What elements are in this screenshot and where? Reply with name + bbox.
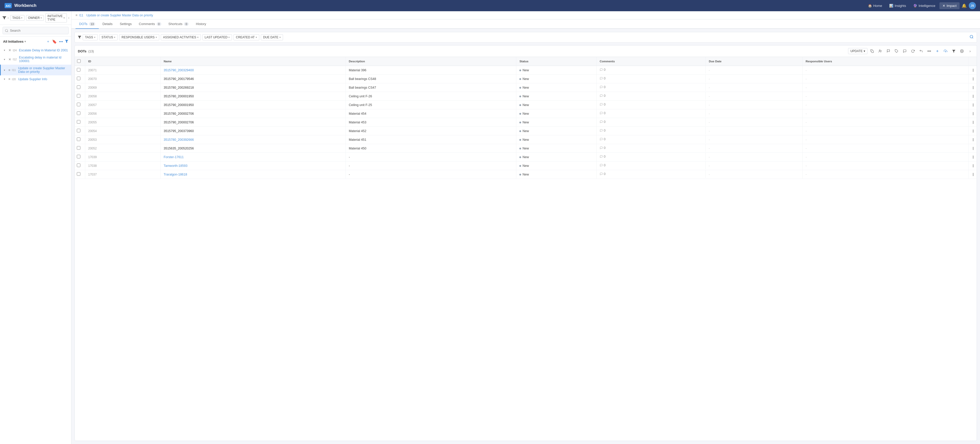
row-name[interactable]: 3515790_200329400: [161, 66, 345, 75]
row-more[interactable]: ▐: [969, 127, 977, 136]
sidebar-item-i11[interactable]: ▾ ≡ I11 Update or create Supplier Master…: [0, 65, 71, 75]
row-more[interactable]: ▐: [969, 118, 977, 127]
add-dot-icon-btn[interactable]: [934, 48, 941, 55]
row-description: Ceiling unit F-25: [345, 101, 516, 109]
bookmark-icon[interactable]: 🔖: [52, 39, 57, 44]
row-more[interactable]: ▐: [969, 75, 977, 83]
status-filter-btn[interactable]: STATUS ▾: [99, 34, 118, 40]
tab-comments[interactable]: Comments 0: [135, 19, 165, 29]
row-checkbox[interactable]: [77, 85, 80, 89]
assigned-activities-filter-btn[interactable]: ASSIGNED ACTIVITIES ▾: [161, 34, 201, 40]
all-initiatives-title[interactable]: All Initiatives ▾: [3, 40, 26, 43]
expand-icon-btn[interactable]: ›: [966, 48, 974, 55]
row-checkbox[interactable]: [77, 146, 80, 150]
tab-shortcuts[interactable]: Shortcuts 0: [165, 19, 192, 29]
dots-count-badge: 13: [89, 22, 95, 26]
breadcrumb-icon: ≡: [76, 13, 78, 17]
row-status: New: [516, 92, 597, 101]
created-at-filter-btn[interactable]: CREATED AT ▾: [234, 34, 259, 40]
row-more[interactable]: ▐: [969, 161, 977, 170]
row-checkbox[interactable]: [77, 94, 80, 97]
row-checkbox[interactable]: [77, 68, 80, 72]
table-search-icon[interactable]: [969, 35, 974, 40]
impact-icon: ✕: [942, 4, 945, 8]
owner-filter[interactable]: OWNER ▾: [26, 15, 44, 21]
row-checkbox[interactable]: [77, 103, 80, 106]
user-avatar[interactable]: JS: [969, 2, 976, 9]
row-more[interactable]: ▐: [969, 153, 977, 161]
row-more[interactable]: ▐: [969, 101, 977, 109]
row-name: 3515790_200002706: [161, 118, 345, 127]
tab-history[interactable]: History: [192, 19, 210, 29]
row-checkbox[interactable]: [77, 77, 80, 80]
tab-settings[interactable]: Settings: [116, 19, 135, 29]
row-name[interactable]: Traralgon-18618: [161, 170, 345, 179]
row-checkbox[interactable]: [77, 163, 80, 167]
sidebar-nav-next[interactable]: ›: [68, 16, 69, 20]
notification-icon[interactable]: 🔔: [961, 2, 968, 9]
row-more[interactable]: ▐: [969, 83, 977, 92]
copy-icon-btn[interactable]: [869, 48, 876, 55]
settings-icon-btn[interactable]: [958, 48, 966, 55]
nav-intelligence[interactable]: 🔮 Intelligence: [910, 2, 939, 9]
app-logo[interactable]: AIO Workbench: [4, 3, 37, 9]
more-dots-icon-btn[interactable]: •••: [926, 48, 933, 55]
row-description: Material 454: [345, 109, 516, 118]
search-input[interactable]: [3, 27, 68, 34]
tag-icon-btn[interactable]: [893, 48, 900, 55]
update-btn[interactable]: UPDATE ▾: [848, 48, 867, 54]
tab-dots[interactable]: DOTs 13: [76, 19, 99, 29]
assign-user-icon-btn[interactable]: [877, 48, 884, 55]
row-checkbox[interactable]: [77, 172, 80, 176]
row-more[interactable]: ▐: [969, 144, 977, 153]
more-options-icon[interactable]: •••: [59, 39, 63, 44]
comment-icon-btn[interactable]: [901, 48, 908, 55]
nav-home[interactable]: 🏠 Home: [865, 2, 885, 9]
row-more[interactable]: ▐: [969, 109, 977, 118]
row-more[interactable]: ▐: [969, 170, 977, 179]
breadcrumb-id[interactable]: I11: [79, 14, 83, 17]
row-checkbox[interactable]: [77, 155, 80, 158]
row-checkbox[interactable]: [77, 137, 80, 141]
row-id: 20057: [85, 101, 161, 109]
row-checkbox[interactable]: [77, 120, 80, 124]
row-more[interactable]: ▐: [969, 92, 977, 101]
upload-icon-btn[interactable]: [942, 48, 949, 55]
sidebar-item-i24[interactable]: ▾ ✕ I24 Escalate Delay in Material ID 20…: [0, 46, 71, 54]
refresh-icon-btn[interactable]: [909, 48, 916, 55]
add-initiative-icon[interactable]: ＋: [46, 39, 50, 44]
table-row: 20070 3515790_200179546 Ball bearings CS…: [75, 75, 977, 83]
initiative-type-filter[interactable]: INITIATIVE TYPE ▾: [45, 13, 67, 22]
row-name: 3515790_200179546: [161, 75, 345, 83]
row-more[interactable]: ▐: [969, 66, 977, 75]
sidebar-item-i20[interactable]: ▾ ≡ I20 Update Supplier Info: [0, 75, 71, 83]
filter-icon-btn[interactable]: [950, 48, 957, 55]
select-all-checkbox[interactable]: [77, 59, 81, 63]
tab-details[interactable]: Details: [99, 19, 116, 29]
row-name[interactable]: Tamworth-18593: [161, 161, 345, 170]
tags-filter-btn[interactable]: TAGS ▾: [83, 34, 98, 40]
row-name[interactable]: 3515780_200392666: [161, 136, 345, 144]
nav-insights[interactable]: 📊 Insights: [886, 2, 909, 9]
undo-icon-btn[interactable]: [918, 48, 924, 55]
tags-filter[interactable]: TAGS ▾: [10, 15, 24, 21]
row-name[interactable]: Forster-17611: [161, 153, 345, 161]
sidebar-item-i12[interactable]: ▾ ✕ I12 Escalating delay in material Id …: [0, 54, 71, 65]
row-id: 20069: [85, 83, 161, 92]
sidebar-nav-prev[interactable]: ‹: [8, 16, 9, 20]
row-due-date: -: [706, 153, 802, 161]
sidebar-filter-icon[interactable]: [3, 16, 6, 19]
responsible-users-filter-btn[interactable]: RESPONSIBLE USERS ▾: [119, 34, 159, 40]
nav-impact[interactable]: ✕ Impact: [939, 2, 959, 9]
filter-initiatives-icon[interactable]: [65, 39, 68, 44]
row-checkbox[interactable]: [77, 112, 80, 115]
last-updated-filter-btn[interactable]: LAST UPDATED ▾: [202, 34, 232, 40]
due-date-filter-btn[interactable]: DUE DATE ▾: [261, 34, 283, 40]
row-checkbox[interactable]: [77, 129, 80, 133]
row-more[interactable]: ▐: [969, 136, 977, 144]
flag-icon-btn[interactable]: [885, 48, 892, 55]
table-row: 20054 3515795_200373960 Material 452 New…: [75, 127, 977, 136]
row-checkbox-cell: [75, 161, 85, 170]
breadcrumb-label[interactable]: Update or create Supplier Master Data on…: [86, 14, 153, 17]
row-due-date: -: [706, 66, 802, 75]
